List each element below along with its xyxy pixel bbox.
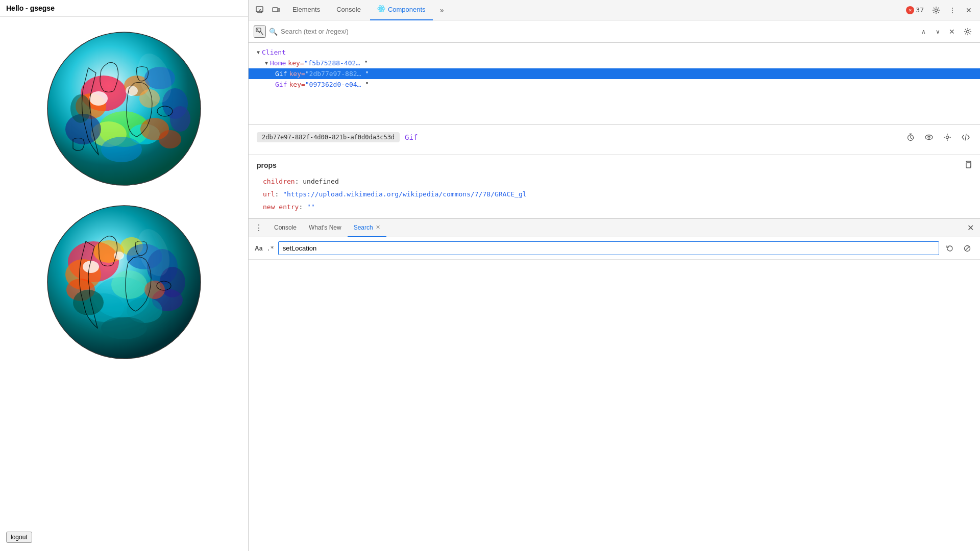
svg-point-40 <box>73 290 104 315</box>
detail-icons <box>904 131 972 143</box>
devtools-panel: Elements Console Components » ✕ 37 <box>249 0 980 551</box>
gif2-key-val: "097362d0-e04… <box>305 81 361 88</box>
svg-point-37 <box>83 261 99 273</box>
svg-point-55 <box>935 9 938 11</box>
bottom-console-label: Console <box>274 224 297 231</box>
home-key-suffix: " <box>360 59 368 67</box>
tree-item-gif1[interactable]: Gif key="2db77e97-882… " <box>249 68 980 79</box>
gif2-key-attr: key= <box>289 81 305 88</box>
bottom-tabbar: ⋮ Console What's New Search ✕ ✕ <box>249 219 980 237</box>
svg-point-16 <box>70 94 91 123</box>
globe-bottom <box>42 201 206 364</box>
search-magnifier-icon: 🔍 <box>269 28 278 36</box>
devtools-topbar: Elements Console Components » ✕ 37 <box>249 0 980 20</box>
device-toolbar-icon[interactable] <box>269 3 283 17</box>
bottom-search-close-icon[interactable]: ✕ <box>376 224 380 231</box>
search-refresh-icon[interactable] <box>943 242 957 255</box>
bottom-tab-search[interactable]: Search ✕ <box>348 219 386 237</box>
globe-top <box>42 27 206 190</box>
search-content: Aa .* <box>249 237 980 260</box>
bottom-tab-menu-icon[interactable]: ⋮ <box>253 222 265 234</box>
gif2-component-name: Gif <box>275 81 287 88</box>
bottom-tab-whatsnew[interactable]: What's New <box>303 219 348 237</box>
prop-url-key: url <box>263 190 275 198</box>
more-options-icon[interactable]: ⋮ <box>945 3 960 17</box>
props-copy-button[interactable] <box>964 160 972 170</box>
component-inspect-icon[interactable] <box>254 26 266 38</box>
app-title: Hello - gsegse <box>0 0 248 17</box>
svg-point-36 <box>101 317 147 339</box>
prop-url-value: "https://upload.wikimedia.org/wikipedia/… <box>283 190 526 198</box>
close-devtools-icon[interactable]: ✕ <box>962 3 976 17</box>
detail-timer-icon[interactable] <box>904 131 917 143</box>
tab-console[interactable]: Console <box>329 0 368 20</box>
prop-children-key: children <box>263 178 295 185</box>
svg-point-41 <box>144 281 165 299</box>
search-results-area <box>249 260 980 551</box>
detail-source-icon[interactable] <box>960 131 972 143</box>
app-panel: Hello - gsegse <box>0 0 249 551</box>
bottom-search-label: Search <box>354 224 373 231</box>
search-settings-icon[interactable] <box>961 24 975 39</box>
props-section: props children: undefined url: "https://… <box>249 155 980 218</box>
console-tab-label: Console <box>336 6 361 13</box>
props-label: props <box>257 161 277 169</box>
bottom-panel: ⋮ Console What's New Search ✕ ✕ Aa .* <box>249 218 980 551</box>
inspect-element-icon[interactable] <box>253 3 267 17</box>
tree-item-client[interactable]: ▼ Client <box>249 47 980 58</box>
search-cancel-icon[interactable] <box>961 242 974 255</box>
prop-url: url: "https://upload.wikimedia.org/wikip… <box>257 188 972 201</box>
tab-components[interactable]: Components <box>370 0 433 20</box>
tree-arrow-home: ▼ <box>265 60 268 66</box>
bottom-tab-console[interactable]: Console <box>268 219 303 237</box>
component-search-input[interactable] <box>281 28 915 35</box>
component-detail: 2db77e97-882f-4d00-821b-af0d0da3c53d Gif <box>249 125 980 155</box>
detail-bug-icon[interactable] <box>941 131 953 143</box>
search-prev-icon[interactable]: ∧ <box>918 26 929 37</box>
tree-item-home[interactable]: ▼ Home key="f5b75288-402… " <box>249 58 980 68</box>
svg-point-51 <box>380 8 382 10</box>
svg-line-64 <box>965 246 970 251</box>
props-header: props <box>257 160 972 170</box>
home-key-val: "f5b75288-402… <box>304 59 360 67</box>
search-clear-icon[interactable]: ✕ <box>946 26 958 37</box>
detail-component-name: Gif <box>405 133 418 141</box>
gif2-key-suffix: " <box>361 81 369 88</box>
devtools-searchbar: 🔍 ∧ ∨ ✕ <box>249 20 980 43</box>
prop-new-entry-key: new entry <box>263 203 299 211</box>
home-key-attr: key= <box>288 59 304 67</box>
bottom-whatsnew-label: What's New <box>309 224 341 231</box>
svg-point-59 <box>925 135 933 140</box>
svg-point-15 <box>101 137 142 162</box>
search-next-icon[interactable]: ∨ <box>932 26 943 37</box>
error-badge[interactable]: ✕ 37 <box>903 6 927 14</box>
match-case-button[interactable]: Aa <box>255 245 262 252</box>
settings-icon[interactable] <box>929 3 943 17</box>
tree-item-gif2[interactable]: Gif key="097362d0-e04… " <box>249 79 980 90</box>
svg-point-12 <box>89 91 108 106</box>
globe-container <box>0 17 248 551</box>
error-count: ✕ <box>909 7 912 13</box>
detail-eye-icon[interactable] <box>923 131 935 143</box>
logout-button[interactable]: logout <box>6 532 32 543</box>
prop-children: children: undefined <box>257 176 972 188</box>
svg-point-8 <box>170 106 190 132</box>
tree-arrow-client: ▼ <box>257 49 260 55</box>
svg-rect-50 <box>278 9 280 11</box>
regex-search-button[interactable]: .* <box>266 245 274 252</box>
tab-elements[interactable]: Elements <box>285 0 327 20</box>
more-tabs-icon[interactable]: » <box>435 3 449 17</box>
svg-point-61 <box>946 136 949 139</box>
gif1-key-attr: key= <box>289 70 305 78</box>
svg-point-18 <box>159 130 181 148</box>
bottom-panel-close-button[interactable]: ✕ <box>965 223 976 233</box>
svg-point-60 <box>928 136 930 138</box>
error-count-circle: ✕ <box>906 6 914 14</box>
svg-point-57 <box>967 30 969 33</box>
gif1-component-name: Gif <box>275 70 287 78</box>
prop-new-entry-value: "" <box>307 203 315 211</box>
client-component-name: Client <box>262 48 286 56</box>
prop-new-entry: new entry: "" <box>257 201 972 214</box>
detail-header: 2db77e97-882f-4d00-821b-af0d0da3c53d Gif <box>257 131 972 143</box>
search-input[interactable] <box>278 241 939 255</box>
